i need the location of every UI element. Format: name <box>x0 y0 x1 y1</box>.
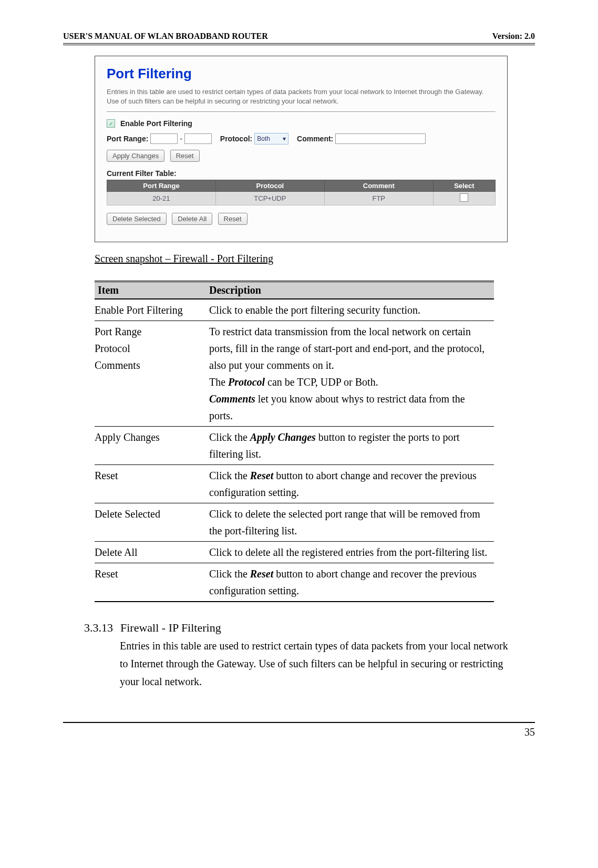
item-cell: Delete Selected <box>95 503 206 542</box>
desc-emph: Reset <box>250 568 273 580</box>
section-title: Firewall - IP Filtering <box>120 621 221 635</box>
col-header-description: Description <box>206 282 494 299</box>
section-number: 3.3.13 <box>84 621 113 635</box>
desc-text: Click the <box>209 470 250 481</box>
desc-text: Click the <box>209 431 250 443</box>
port-range-dash: - <box>180 135 182 143</box>
desc-emph: Comments <box>209 393 255 405</box>
page-number: 35 <box>0 726 535 738</box>
comment-input[interactable] <box>335 133 426 144</box>
protocol-select-value: Both <box>257 135 270 142</box>
desc-cell: To restrict data transmission from the l… <box>206 321 494 427</box>
th-comment: Comment <box>324 180 433 192</box>
th-port-range: Port Range <box>107 180 216 192</box>
table-row: Reset Click the Reset button to abort ch… <box>95 563 494 602</box>
cell-protocol: TCP+UDP <box>215 192 324 205</box>
desc-text: To restrict data transmission from the l… <box>209 326 484 371</box>
port-range-label: Port Range: <box>107 135 148 143</box>
th-protocol: Protocol <box>215 180 324 192</box>
desc-cell: Click the Reset button to abort change a… <box>206 563 494 602</box>
screenshot-caption: Screen snapshot – Firewall - Port Filter… <box>95 253 535 265</box>
item-line: Port Range <box>95 326 141 337</box>
divider <box>107 111 496 112</box>
table-row: Apply Changes Click the Apply Changes bu… <box>95 427 494 465</box>
comment-label: Comment: <box>297 135 333 143</box>
table-row: 20-21 TCP+UDP FTP <box>107 192 496 205</box>
table-row: Reset Click the Reset button to abort ch… <box>95 465 494 503</box>
cell-port-range: 20-21 <box>107 192 216 205</box>
desc-cell: Click the Reset button to abort change a… <box>206 465 494 503</box>
apply-changes-button[interactable]: Apply Changes <box>107 150 164 162</box>
reset-button[interactable]: Reset <box>170 150 200 162</box>
table-row: Enable Port Filtering Click to enable th… <box>95 299 494 321</box>
th-select: Select <box>433 180 495 192</box>
page-header: USER'S MANUAL OF WLAN BROADBAND ROUTER V… <box>63 32 535 41</box>
desc-cell: Click to delete all the registered entri… <box>206 542 494 563</box>
row-select-checkbox[interactable] <box>460 193 468 202</box>
screenshot-panel: Port Filtering Entries in this table are… <box>95 56 508 242</box>
desc-emph: Apply Changes <box>250 431 316 443</box>
description-table: Item Description Enable Port Filtering C… <box>95 281 494 602</box>
reset-button-2[interactable]: Reset <box>218 213 248 225</box>
item-line: Comments <box>95 359 140 371</box>
item-cell: Reset <box>95 465 206 503</box>
protocol-select[interactable]: Both ▾ <box>254 133 288 144</box>
header-right: Version: 2.0 <box>492 32 535 41</box>
delete-selected-button[interactable]: Delete Selected <box>107 213 167 225</box>
cell-comment: FTP <box>324 192 433 205</box>
item-cell: Enable Port Filtering <box>95 299 206 321</box>
footer-rule <box>63 722 535 723</box>
header-rule <box>63 43 535 45</box>
desc-emph: Reset <box>250 470 273 481</box>
enable-port-filtering-checkbox[interactable] <box>107 119 115 128</box>
item-cell: Apply Changes <box>95 427 206 465</box>
table-row: Delete All Click to delete all the regis… <box>95 542 494 563</box>
desc-text: Click the <box>209 568 250 580</box>
cell-select <box>433 192 495 205</box>
current-filter-table-label: Current Filter Table: <box>107 169 496 178</box>
item-line: Protocol <box>95 343 130 354</box>
enable-port-filtering-label: Enable Port Filtering <box>120 119 192 128</box>
chevron-down-icon: ▾ <box>283 135 286 142</box>
col-header-item: Item <box>95 282 206 299</box>
desc-cell: Click the Apply Changes button to regist… <box>206 427 494 465</box>
port-range-start-input[interactable] <box>150 133 178 144</box>
filter-table: Port Range Protocol Comment Select 20-21… <box>107 180 496 205</box>
desc-cell: Click to enable the port filtering secur… <box>206 299 494 321</box>
panel-description: Entries in this table are used to restri… <box>107 87 496 106</box>
section-body: Entries in this table are used to restri… <box>120 637 509 690</box>
section-heading: 3.3.13 Firewall - IP Filtering <box>84 621 535 635</box>
header-left: USER'S MANUAL OF WLAN BROADBAND ROUTER <box>63 32 268 41</box>
desc-text: The <box>209 376 228 388</box>
item-cell: Reset <box>95 563 206 602</box>
delete-all-button[interactable]: Delete All <box>172 213 212 225</box>
desc-cell: Click to delete the selected port range … <box>206 503 494 542</box>
item-cell: Port Range Protocol Comments <box>95 321 206 427</box>
desc-text: can be TCP, UDP or Both. <box>265 376 378 388</box>
table-row: Port Range Protocol Comments To restrict… <box>95 321 494 427</box>
desc-emph: Protocol <box>228 376 265 388</box>
protocol-label: Protocol: <box>220 135 252 143</box>
table-row: Delete Selected Click to delete the sele… <box>95 503 494 542</box>
port-range-end-input[interactable] <box>184 133 212 144</box>
item-cell: Delete All <box>95 542 206 563</box>
panel-title: Port Filtering <box>107 66 496 82</box>
